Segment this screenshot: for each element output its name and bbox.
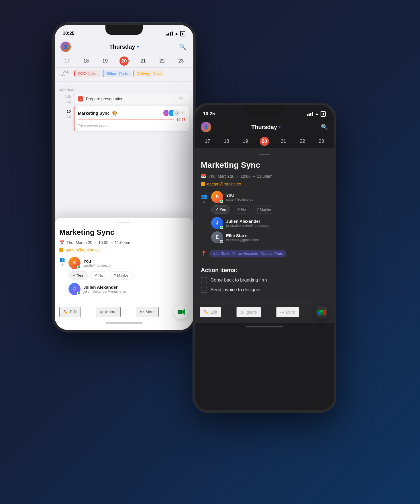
now-line [78, 120, 174, 120]
event-chip-office[interactable]: Office - Paris [103, 70, 131, 77]
day-title-dark: Thursday [251, 124, 277, 130]
rsvp-no-button-dark[interactable]: ✕ No [233, 205, 250, 214]
date-item-today-dark[interactable]: 20 [260, 137, 269, 146]
date-item-dark[interactable]: 18 [222, 137, 231, 146]
more-button-dark[interactable]: ••• More [276, 307, 299, 317]
event-meta-dark: 📅 Thu, March 20 • 10:00 → 11:00am [201, 174, 328, 179]
attendee-julien-dark: J Julien Alexander julien.alexander@rout… [211, 217, 328, 229]
attendee-ellie-dark: E Ellie Starx elliestarx@gmail.com [211, 231, 328, 243]
edit-button-light[interactable]: ✏️ Edit [59, 307, 81, 317]
prepare-event-block[interactable]: ✓ Prepare presentation 30m [74, 94, 189, 104]
marketing-event-title-light: Marketing Sync [78, 111, 110, 116]
att-name-julien-dark: Julien Alexander [226, 219, 328, 224]
avatar-light[interactable]: 👤 [60, 42, 71, 52]
organizer-dot-light [59, 248, 63, 252]
rsvp-yes-button-light[interactable]: ✓ Yes [68, 271, 88, 280]
date-item-dark[interactable]: 19 [241, 137, 250, 146]
organizer-row-dark: gaetan@routine.co [201, 182, 328, 186]
location-badge-dark[interactable]: ◂ Le Tank, 42 rue Alexandre Dumas, Paris [209, 250, 286, 257]
divider-dark [201, 262, 328, 262]
date-item[interactable]: 18 [81, 56, 91, 66]
date-item[interactable]: 22 [158, 56, 167, 66]
date-item-today[interactable]: 20 [119, 56, 129, 66]
att-email-julien-light: julien.alexander@routine.co [83, 290, 189, 294]
att-name-ellie-dark: Ellie Starx [226, 233, 328, 238]
prepare-event-title: Prepare presentation [86, 97, 176, 101]
att-email-ellie-dark: elliestarx@gmail.com [226, 238, 328, 242]
rsvp-row-dark: ✓ Yes ✕ No ? Maybe [211, 205, 328, 214]
att-info-you-dark: You sarah@routine.co [226, 193, 328, 202]
ignore-button-dark[interactable]: ⊗ Ignore [236, 307, 261, 317]
morning-label: — MORNING [59, 84, 71, 91]
rsvp-no-button-light[interactable]: ✕ No [90, 271, 107, 280]
date-item-dark[interactable]: 22 [298, 137, 307, 146]
date-item[interactable]: 17 [62, 56, 72, 66]
att-email-you-dark: sarah@routine.co [226, 198, 328, 202]
date-row-light: 17 18 19 20 21 22 23 [55, 55, 193, 68]
notch-light [105, 25, 143, 35]
google-meet-button-light[interactable] [174, 304, 189, 319]
svg-rect-12 [320, 312, 323, 314]
dark-sheet: Marketing Sync 📅 Thu, March 20 • 10:00 →… [195, 148, 334, 302]
date-item-dark[interactable]: 17 [203, 137, 212, 146]
sheet-actions-light: ✏️ Edit ⊗ Ignore ••• More [59, 301, 189, 319]
day-title-light: Thursday [109, 44, 135, 50]
pencil-icon: ✏️ [63, 310, 68, 314]
edit-button-dark[interactable]: ✏️ Edit [200, 307, 221, 317]
action-item-2: Send invoice to designer [201, 287, 328, 293]
status-dot-ellie-dark [220, 240, 223, 243]
time-light: 10:25 [63, 31, 74, 36]
ignore-button-light[interactable]: ⊗ Ignore [96, 307, 121, 317]
date-item-dark[interactable]: 23 [317, 137, 326, 146]
private-notes-light: Take private notes... [78, 124, 111, 128]
avatar-dark[interactable]: 👤 [201, 122, 211, 132]
header-title-light[interactable]: Thursday ▾ [109, 44, 139, 50]
location-row-dark: 📍 ◂ Le Tank, 42 rue Alexandre Dumas, Par… [201, 250, 328, 257]
sheet-handle-light [118, 222, 130, 223]
google-meet-button-dark[interactable] [314, 305, 329, 320]
signal-icon-dark [307, 112, 313, 116]
meet-icon [176, 307, 186, 317]
attendees-section-light: 👥 3 S You sarah@routine.co [59, 257, 189, 297]
search-button-light[interactable]: 🔍 [177, 42, 188, 52]
date-item[interactable]: 19 [101, 56, 110, 66]
navigation-icon: ◂ [213, 252, 215, 256]
avatar-wrap-ellie-dark: E [211, 231, 223, 243]
rsvp-maybe-button-dark[interactable]: ? Maybe [252, 205, 275, 214]
chevron-icon-dark: ▾ [279, 125, 281, 129]
calendar-header-light: 👤 Thursday ▾ 🔍 [55, 39, 193, 55]
checkbox-2[interactable] [201, 287, 207, 293]
avatar-wrap-julien-dark: J [211, 217, 223, 229]
date-item[interactable]: 23 [176, 56, 186, 66]
x-circle-icon-dark: ⊗ [240, 310, 244, 314]
event-time-10am: 10 AM [59, 106, 71, 131]
event-chip-delivery[interactable]: Delivery - Ama [133, 70, 164, 77]
att-info-julien-light: Julien Alexander julien.alexander@routin… [83, 285, 189, 294]
date-item-dark[interactable]: 21 [279, 137, 288, 146]
pencil-icon-dark: ✏️ [204, 310, 209, 314]
search-button-dark[interactable]: 🔍 [321, 124, 328, 130]
chevron-icon-light: ▾ [137, 44, 139, 49]
all-day-section-light: — ALL DAY OOO Julien Office - Paris Deli… [55, 68, 193, 82]
location-text-dark: Le Tank, 42 rue Alexandre Dumas, Paris [216, 251, 283, 256]
morning-section: — MORNING 9:30 AM ✓ Prepare presentation… [55, 82, 193, 131]
action-items-section-dark: Action items: Come back to branding firm… [201, 267, 328, 293]
attendees-icon: 👥 3 [59, 257, 65, 266]
more-button-light[interactable]: ••• More [136, 307, 159, 317]
event-chip-ooo[interactable]: OOO Julien [74, 70, 100, 77]
rsvp-maybe-button-light[interactable]: ? Maybe [110, 271, 133, 280]
checkbox-1[interactable] [201, 277, 207, 283]
rsvp-yes-button-dark[interactable]: ✓ Yes [211, 205, 230, 214]
status-icons-light: ▲ ▮ [166, 31, 185, 36]
marketing-event-block[interactable]: Marketing Sync 🎨 S J +2 1h 10:25 [74, 106, 189, 131]
rsvp-row-light: ✓ Yes ✕ No ? Maybe [68, 271, 189, 280]
header-title-dark[interactable]: Thursday ▾ [251, 124, 281, 130]
wifi-icon: ▲ [174, 31, 178, 36]
att-info-ellie-dark: Ellie Starx elliestarx@gmail.com [226, 233, 328, 242]
att-name-you-dark: You [226, 193, 328, 198]
date-item[interactable]: 21 [138, 56, 148, 66]
attendee-avatars-light: S J +2 1h [163, 109, 185, 117]
home-indicator-light [105, 322, 143, 324]
date-row-dark: 17 18 19 20 21 22 23 [195, 135, 334, 148]
att-name-you-light: You [83, 259, 189, 263]
